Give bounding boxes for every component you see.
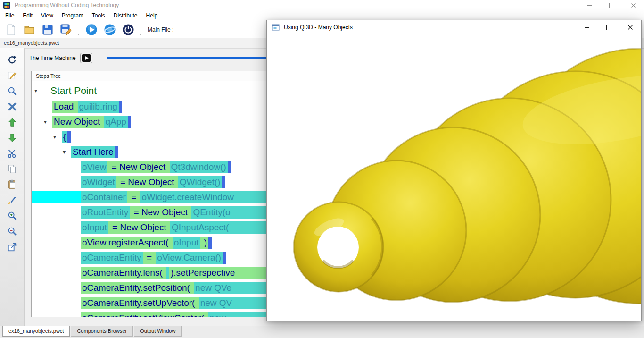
step-segment: oCameraEntity.setViewCenter( [81, 312, 208, 317]
cut-icon [7, 148, 17, 159]
paste-icon [7, 179, 17, 190]
root-step-label: Start Point [50, 85, 97, 96]
screen: Programming Without Coding Technology Fi… [0, 0, 644, 338]
main-window-title: Programming Without Coding Technology [15, 2, 119, 8]
menu-item-view[interactable]: View [37, 10, 58, 21]
step-segment: { [62, 131, 67, 143]
step-segment: Qt3dwindow() [170, 161, 228, 173]
move-down-button[interactable] [6, 132, 18, 144]
bottom-tab-ex16-manyobjects-pwct[interactable]: ex16_manyobjects.pwct [2, 326, 70, 337]
step-segment: guilib.ring [78, 101, 119, 113]
collapse-arrow-icon[interactable]: ▾ [53, 134, 62, 140]
menu-item-distribute[interactable]: Distribute [109, 10, 142, 21]
save-as-icon [60, 24, 72, 36]
new-file-button[interactable] [5, 24, 17, 36]
left-sidebar [0, 48, 25, 326]
main-titlebar: Programming Without Coding Technology [0, 0, 644, 10]
torus-spiral-3d-render [267, 34, 641, 321]
step-segment: oInput [81, 221, 108, 234]
new-file-icon [5, 24, 17, 36]
edit-button[interactable] [6, 69, 18, 82]
pwct-app-icon [3, 2, 10, 9]
run-gui-button[interactable] [104, 24, 116, 36]
minimize-button[interactable] [579, 0, 601, 10]
qt3d-close-button[interactable] [619, 20, 641, 34]
step-end-bar [67, 131, 71, 143]
step-segment: oRootEntity [81, 206, 130, 219]
paste-button[interactable] [6, 178, 18, 191]
step-segment: oInput [173, 237, 200, 249]
collapse-arrow-icon[interactable]: ▾ [44, 118, 52, 125]
menu-item-edit[interactable]: Edit [18, 10, 37, 21]
play-icon [80, 53, 92, 63]
qt3d-window-icon [272, 24, 280, 31]
open-folder-icon [23, 24, 35, 36]
refresh-icon [7, 55, 17, 65]
menu-item-help[interactable]: Help [142, 10, 162, 21]
run-icon [85, 24, 98, 36]
run-gui-icon [104, 24, 116, 36]
bottom-tab-components-browser[interactable]: Components Browser [71, 326, 133, 337]
step-segment: oCameraEntity [81, 252, 143, 264]
main-file-label: Main File : [148, 26, 173, 33]
toolbar-separator [78, 25, 79, 35]
search-button[interactable] [6, 85, 18, 97]
delete-button[interactable] [6, 101, 18, 113]
qt3d-titlebar[interactable]: Using Qt3D - Many Objects [267, 20, 641, 34]
steps-tree-title: Steps Tree [36, 73, 61, 79]
zoom-out-button[interactable] [6, 225, 18, 237]
toolbar-separator [140, 25, 141, 35]
step-segment: = New Object [130, 206, 191, 219]
brush-icon [7, 195, 17, 205]
zoom-in-button[interactable] [6, 210, 18, 222]
copy-icon [7, 164, 17, 174]
step-end-bar [128, 116, 131, 128]
close-icon [627, 25, 633, 30]
step-end-bar [223, 252, 226, 264]
export-button[interactable] [6, 241, 18, 253]
open-file-button[interactable] [23, 24, 35, 36]
step-segment: oCameraEntity.setUpVector( [81, 297, 199, 309]
step-segment: = New Object [107, 161, 169, 173]
step-segment: New Object [52, 116, 104, 128]
step-segment: = [127, 191, 140, 203]
cut-button[interactable] [6, 147, 18, 160]
collapse-arrow-icon[interactable]: ▾ [34, 87, 43, 94]
run-button[interactable] [85, 24, 98, 36]
step-segment: oCameraEntity.lens( [81, 267, 166, 279]
power-button[interactable] [122, 24, 134, 36]
maximize-button[interactable] [601, 0, 622, 10]
search-icon [7, 86, 17, 96]
minimize-icon [585, 27, 589, 28]
move-up-button[interactable] [6, 116, 18, 128]
step-segment: = New Object [108, 221, 170, 234]
step-segment: oContainer [81, 191, 127, 203]
time-machine-play-button[interactable] [80, 53, 92, 63]
menu-item-tools[interactable]: Tools [88, 10, 109, 21]
edit-icon [7, 70, 17, 81]
qt3d-minimize-button[interactable] [576, 20, 598, 34]
maximize-icon [606, 25, 611, 30]
save-icon [41, 24, 54, 36]
qt3d-viewport[interactable] [267, 34, 641, 321]
close-button[interactable] [622, 0, 644, 10]
minimize-icon [587, 5, 592, 6]
menu-item-file[interactable]: File [1, 10, 18, 21]
move-up-icon [7, 117, 17, 127]
menu-item-program[interactable]: Program [58, 10, 88, 21]
step-segment: = [143, 252, 156, 264]
collapse-arrow-icon[interactable]: ▾ [63, 149, 71, 155]
save-button[interactable] [41, 24, 54, 36]
power-icon [122, 24, 134, 36]
step-segment: QWidget() [178, 176, 222, 188]
save-as-button[interactable] [60, 24, 72, 36]
bottom-tab-output-window[interactable]: Output Window [134, 326, 182, 337]
step-segment: oCameraEntity.setPosition( [81, 282, 194, 294]
format-button[interactable] [6, 194, 18, 206]
step-end-bar [222, 176, 225, 188]
copy-button[interactable] [6, 163, 18, 175]
qt3d-maximize-button[interactable] [598, 20, 619, 34]
move-down-icon [7, 133, 17, 143]
refresh-button[interactable] [6, 54, 18, 66]
maximize-icon [609, 3, 614, 8]
